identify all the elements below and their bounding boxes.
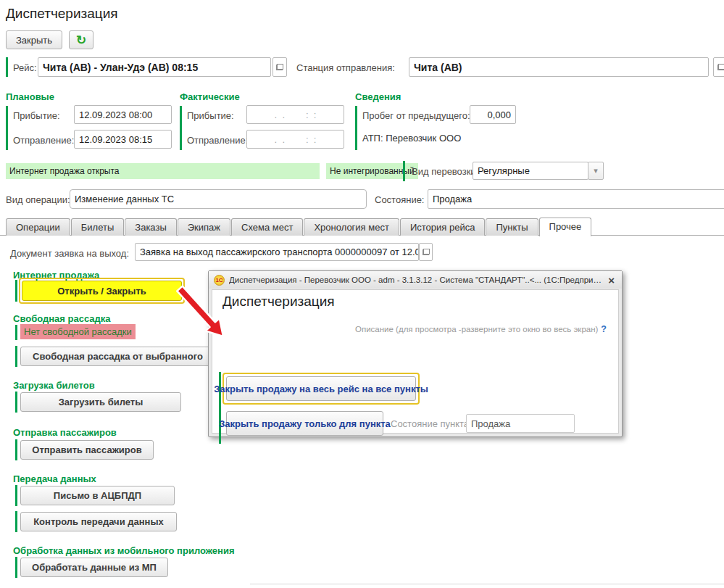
- open-icon: [717, 64, 724, 70]
- passengers-accent-bar: [15, 439, 17, 460]
- free-seating-button[interactable]: Свободная рассадка от выбранного: [20, 347, 225, 366]
- planned-departure-label: Отправление:: [13, 135, 74, 146]
- refresh-icon: ↻: [76, 34, 86, 46]
- doc-field[interactable]: Заявка на выход пассажирского транспорта…: [135, 243, 419, 261]
- transport-type-dropdown-button[interactable]: ▾: [588, 162, 604, 180]
- bottom-divider: [250, 584, 724, 584]
- transport-type-label: Вид перевозки:: [412, 166, 478, 177]
- close-button[interactable]: Закрыть: [6, 30, 62, 49]
- dialog-body: Диспетчеризация Описание (для просмотра …: [212, 289, 619, 434]
- operation-label: Вид операции:: [6, 194, 70, 205]
- planned-accent-bar: [6, 106, 8, 150]
- mobile-title: Обработка данных из мобильного приложени…: [13, 545, 234, 556]
- dialog-titlebar[interactable]: 1С Диспетчеризация - Перевозчик ООО - ad…: [209, 271, 622, 289]
- flight-open-button[interactable]: [272, 57, 287, 77]
- actual-departure-field[interactable]: . . : :: [246, 130, 344, 149]
- doc-open-button[interactable]: [419, 243, 433, 261]
- mileage-label: Пробег от предыдущего:: [362, 110, 470, 121]
- dialog-description-text: Описание (для просмотра -разверните это …: [355, 325, 598, 334]
- point-state-label: Состояние пункта:: [391, 418, 472, 429]
- tab-tickets[interactable]: Билеты: [71, 218, 124, 236]
- point-state-field[interactable]: Продажа: [466, 414, 575, 433]
- internet-sale-accent-bar: [15, 280, 17, 302]
- transfer-control-button[interactable]: Контроль передачи данных: [20, 512, 177, 531]
- help-icon[interactable]: ?: [601, 324, 607, 334]
- actual-accent-bar: [180, 106, 182, 150]
- open-close-sale-button[interactable]: Открыть / Закрыть: [22, 281, 182, 301]
- planned-arrival-label: Прибытие:: [13, 110, 60, 121]
- flight-field[interactable]: Чита (АВ) - Улан-Удэ (АВ) 08:15: [38, 57, 271, 77]
- state-label: Состояние:: [375, 194, 424, 205]
- operation-field[interactable]: Изменение данных ТС: [70, 189, 367, 209]
- internet-sale-status: Интернет продажа открыта: [6, 163, 320, 179]
- close-sale-one-point-button[interactable]: Закрыть продажу только для пункта: [226, 411, 383, 436]
- chevron-down-icon: ▾: [594, 166, 598, 175]
- dispatching-screen: Диспетчеризация Закрыть ↻ Рейс: Чита (АВ…: [0, 0, 724, 588]
- open-icon: [423, 249, 430, 255]
- status-divider-bar: [403, 161, 405, 181]
- 1c-logo-icon: 1С: [214, 275, 225, 286]
- free-seating-title: Свободная рассадка: [13, 313, 111, 324]
- dialog-window-title: Диспетчеризация - Перевозчик ООО - adm -…: [229, 276, 602, 284]
- dialog-heading: Диспетчеризация: [222, 294, 335, 310]
- actual-arrival-field[interactable]: . . : :: [246, 105, 344, 124]
- passengers-title: Отправка пассажиров: [13, 427, 117, 438]
- load-tickets-button[interactable]: Загрузить билеты: [20, 392, 181, 412]
- tab-seat-map[interactable]: Схема мест: [231, 218, 303, 236]
- page-title: Диспетчеризация: [6, 6, 118, 22]
- dispatching-dialog: 1С Диспетчеризация - Перевозчик ООО - ad…: [208, 270, 623, 437]
- transport-type-combo[interactable]: Регулярные: [473, 162, 588, 180]
- free-seating-warning-bar: [15, 325, 17, 340]
- close-sale-all-points-button[interactable]: Закрыть продажу на весь рейс на все пунк…: [226, 376, 416, 401]
- flight-row-accent-bar: [6, 57, 8, 77]
- transfer-accent-bar-1: [15, 485, 17, 506]
- tab-crew[interactable]: Экипаж: [178, 218, 230, 236]
- planned-departure-field[interactable]: 12.09.2023 08:15: [74, 130, 172, 149]
- actual-section-title: Фактические: [180, 91, 240, 102]
- info-accent-bar: [355, 106, 357, 150]
- tab-orders[interactable]: Заказы: [125, 218, 176, 236]
- tickets-accent-bar: [15, 392, 17, 413]
- tickets-title: Загрузка билетов: [13, 380, 95, 391]
- acbpdp-letter-button[interactable]: Письмо в АЦБПДП: [20, 486, 175, 505]
- close-icon[interactable]: ×: [606, 274, 617, 286]
- transfer-accent-bar-2: [15, 511, 17, 532]
- tab-seat-history[interactable]: Хронология мест: [304, 218, 399, 236]
- actual-departure-label: Отправление:: [187, 135, 248, 146]
- transfer-title: Передача данных: [13, 473, 96, 484]
- dialog-description: Описание (для просмотра -разверните это …: [355, 324, 607, 334]
- tab-operations[interactable]: Операции: [6, 218, 70, 236]
- mileage-field[interactable]: 0,000: [470, 105, 516, 124]
- doc-label: Документ заявка на выход:: [10, 248, 129, 259]
- planned-section-title: Плановые: [6, 91, 54, 102]
- state-field[interactable]: Продажа: [428, 189, 724, 209]
- flight-label: Рейс:: [13, 62, 37, 73]
- refresh-button[interactable]: ↻: [69, 30, 93, 49]
- station-field[interactable]: Чита (АВ): [409, 57, 709, 77]
- tab-points[interactable]: Пункты: [486, 218, 538, 236]
- process-mobile-data-button[interactable]: Обработать данные из МП: [20, 558, 168, 577]
- station-open-button[interactable]: [713, 57, 724, 77]
- open-icon: [276, 64, 283, 70]
- free-seating-accent-bar: [15, 346, 17, 367]
- tabbar: Операции Билеты Заказы Экипаж Схема мест…: [6, 218, 592, 236]
- mobile-accent-bar: [15, 557, 17, 578]
- tab-other[interactable]: Прочее: [539, 218, 592, 236]
- free-seating-warning: Нет свободной рассадки: [20, 324, 136, 339]
- send-passengers-button[interactable]: Отправить пассажиров: [20, 440, 154, 460]
- tab-trip-history[interactable]: История рейса: [400, 218, 485, 236]
- actual-arrival-label: Прибытие:: [187, 110, 234, 121]
- planned-arrival-field[interactable]: 12.09.2023 08:00: [74, 105, 172, 124]
- info-section-title: Сведения: [355, 91, 401, 102]
- atp-text: АТП: Перевозчик ООО: [362, 133, 461, 144]
- station-label: Станция отправления:: [296, 62, 395, 73]
